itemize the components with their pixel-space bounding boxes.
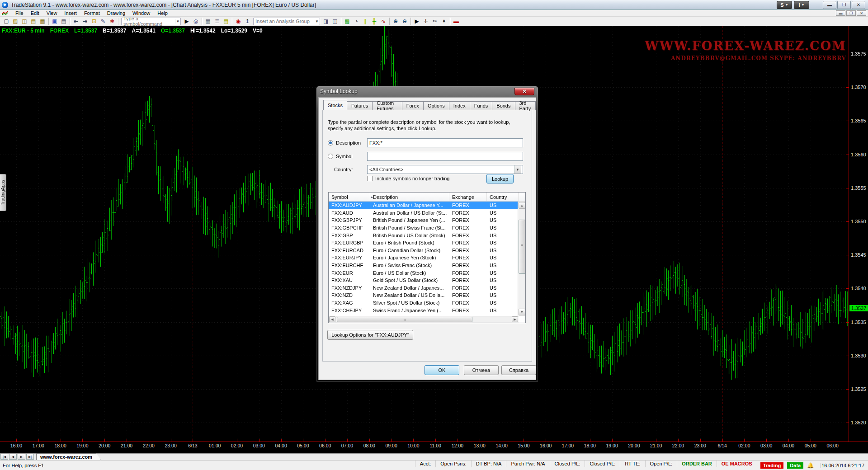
chevron-down-icon[interactable]: ▼ (175, 19, 180, 24)
minimize-button[interactable]: ▬ (823, 1, 836, 9)
close-button[interactable]: ✕ (852, 1, 865, 9)
mdi-restore-button[interactable]: ❐ (846, 10, 856, 16)
table-row[interactable]: FXX:EURGBPEuro / British Pound (Stock)FO… (329, 239, 519, 247)
cursor-icon[interactable]: ▶ (412, 17, 421, 25)
table-row[interactable]: FXX:XAGSilver Spot / US Dollar (Stock)FO… (329, 299, 519, 307)
horizontal-scroll-thumb[interactable] (337, 317, 472, 322)
prev-workspace-icon[interactable]: ◀ (9, 454, 17, 460)
alerts-icon[interactable]: ◉ (234, 17, 243, 25)
shortcut-s-button[interactable]: S▼ (777, 1, 792, 9)
export-icon[interactable]: ⇥ (80, 17, 90, 25)
symbol-input[interactable] (367, 152, 523, 161)
shortcut-i-button[interactable]: I▼ (794, 1, 809, 9)
send-order-icon[interactable]: ↥ (243, 17, 252, 25)
import-icon[interactable]: ⇤ (71, 17, 80, 25)
tab-forex[interactable]: Forex (402, 101, 424, 110)
description-input[interactable]: FXX:* (367, 138, 523, 147)
table-row[interactable]: FXX:CHFJPYSwiss Franc / Japanese Yen (..… (329, 306, 519, 314)
menu-item-format[interactable]: Format (80, 10, 104, 16)
next-workspace-icon[interactable]: ▶ (18, 454, 25, 460)
table-row[interactable]: FXX:AUDJPYAustralian Dollar / Japanese Y… (329, 202, 519, 209)
order-bar-icon[interactable]: ▬ (452, 17, 461, 25)
table-row[interactable]: FXX:GBPJPYBritish Pound / Japanese Yen (… (329, 216, 519, 224)
scroll-left-icon[interactable]: ◀ (329, 316, 335, 322)
lookup-button[interactable]: Lookup (486, 174, 514, 183)
restore-button[interactable]: ❐ (837, 1, 851, 9)
chevron-down-icon[interactable]: ▼ (514, 165, 521, 174)
workspace-icon[interactable]: ▦ (38, 17, 47, 25)
analysis-group-combo[interactable]: Insert an Analysis Group ▼ (253, 18, 320, 25)
symbol-lookup-icon[interactable]: ◎ (191, 17, 200, 25)
menu-item-window[interactable]: Window (129, 10, 154, 16)
tab-options[interactable]: Options (424, 101, 449, 110)
save-desktop-icon[interactable]: ◫ (20, 17, 29, 25)
hotlist-icon[interactable]: ▩ (343, 17, 352, 25)
line-style-icon[interactable]: ∿ (379, 17, 388, 25)
dialog-titlebar[interactable]: Symbol Lookup ✕ (316, 86, 538, 96)
ok-button[interactable]: OK (425, 365, 459, 375)
scroll-up-icon[interactable]: ▲ (519, 202, 525, 209)
open-workspace-icon[interactable]: ▨ (11, 17, 20, 25)
table-row[interactable]: FXX:EURJPYEuro / Japanese Yen (Stock)FOR… (329, 254, 519, 262)
symbol-command-combo[interactable]: Type a symbol/command ▼ (121, 18, 181, 25)
trading-apps-tab[interactable]: TradingApps (0, 174, 6, 211)
description-radio[interactable] (328, 140, 333, 146)
quote-board-icon[interactable]: ▤ (222, 17, 231, 25)
radarscreen-icon[interactable]: ≣ (212, 17, 222, 25)
scroll-right-icon[interactable]: ▶ (512, 316, 518, 322)
cancel-button[interactable]: Отмена (464, 365, 499, 375)
table-row[interactable]: FXX:AUDAustralian Dollar / US Dollar (St… (329, 209, 519, 217)
table-row[interactable]: FXX:GBPCHFBritish Pound / Swiss Franc (S… (329, 224, 519, 232)
price-axis[interactable] (849, 26, 849, 442)
column-header-symbol[interactable]: Symbol▲ (329, 193, 370, 201)
menu-item-help[interactable]: Help (154, 10, 171, 16)
tab-custom-futures[interactable]: Custom Futures (373, 101, 402, 110)
mdi-minimize-button[interactable]: ▬ (836, 10, 845, 16)
print-icon[interactable]: ▤ (59, 17, 68, 25)
tab-bonds[interactable]: Bonds (492, 101, 515, 110)
country-select[interactable]: <All Countries> ▼ (367, 165, 523, 174)
table-row[interactable]: FXX:EUREuro / US Dollar (Stock)FOREXUS (329, 269, 519, 277)
pointer-icon[interactable]: ▶ (182, 17, 191, 25)
zoom-in-icon[interactable]: ⊕ (391, 17, 400, 25)
time-axis[interactable] (0, 442, 868, 442)
tab-index[interactable]: Index (449, 101, 470, 110)
dialog-close-button[interactable]: ✕ (514, 88, 534, 95)
first-workspace-icon[interactable]: |◀ (0, 454, 8, 460)
table-row[interactable]: FXX:NZDNew Zealand Dollar / US Dolla...F… (329, 291, 519, 299)
menu-item-drawing[interactable]: Drawing (104, 10, 129, 16)
lock-icon[interactable]: ⊡ (90, 17, 99, 25)
vertical-scroll-thumb[interactable] (519, 220, 525, 274)
tab-futures[interactable]: Futures (347, 101, 373, 110)
lookup-options-button[interactable]: Lookup Options for "FXX:AUDJPY" (327, 330, 413, 340)
include-symbols-checkbox[interactable] (367, 176, 373, 181)
workspace-tab[interactable]: www.forex-warez.com (36, 453, 101, 460)
page-setup-icon[interactable]: ▤ (29, 17, 38, 25)
settings-icon[interactable]: ✦ (439, 17, 448, 25)
new-workspace-icon[interactable]: ▢ (2, 17, 11, 25)
vertical-scrollbar[interactable]: ▲ ▼ (518, 202, 525, 316)
crosshair-icon[interactable]: ✛ (421, 17, 430, 25)
format-painter-icon[interactable]: ✎ (99, 17, 108, 25)
candlestick-style-icon[interactable]: ∥ (361, 17, 370, 25)
column-header-description[interactable]: Description (370, 193, 449, 201)
table-row[interactable]: FXX:NZDJPYNew Zealand Dollar / Japanes..… (329, 284, 519, 292)
color-palette-icon[interactable]: ✱ (108, 17, 117, 25)
symbol-radio[interactable] (328, 154, 333, 159)
matrix-icon[interactable]: ▦ (203, 17, 212, 25)
column-header-country[interactable]: Country (487, 193, 519, 201)
table-row[interactable]: FXX:GBPBritish Pound / US Dollar (Stock)… (329, 231, 519, 239)
tab-3rd-party[interactable]: 3rd Party (515, 101, 536, 110)
apply-analysis-icon[interactable]: ◨ (321, 17, 330, 25)
menu-item-insert[interactable]: Insert (61, 10, 80, 16)
horizontal-scrollbar[interactable]: ◀ ▶ (329, 316, 519, 323)
zoom-out-icon[interactable]: ⊖ (400, 17, 409, 25)
interval-clock-icon[interactable]: ◔ (352, 17, 361, 25)
chevron-down-icon[interactable]: ▼ (314, 19, 320, 24)
alert-bell-icon[interactable]: 🔔 (807, 462, 814, 469)
new-window-icon[interactable]: ◫ (330, 17, 340, 25)
menu-item-file[interactable]: File (12, 10, 27, 16)
menu-item-view[interactable]: View (43, 10, 61, 16)
help-button[interactable]: Справка (501, 365, 536, 375)
column-header-exchange[interactable]: Exchange (449, 193, 487, 201)
